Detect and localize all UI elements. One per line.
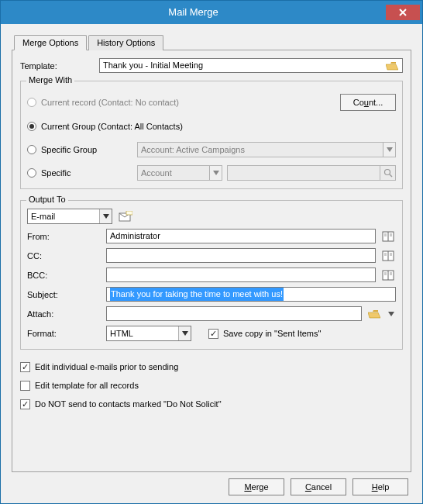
template-label: Template:: [20, 61, 95, 71]
cc-label: CC:: [27, 251, 101, 261]
cancel-button[interactable]: Cancel: [291, 478, 346, 495]
radio-specific[interactable]: [27, 168, 36, 178]
output-to-group: Output To E-mail From: Administrator: [20, 200, 403, 350]
specific-type-combo: Account: [137, 165, 222, 181]
address-book-icon: [382, 231, 394, 242]
subject-input[interactable]: Thank you for taking the time to meet wi…: [106, 287, 396, 302]
cc-input[interactable]: [106, 248, 376, 263]
folder-open-icon: [386, 61, 398, 71]
specific-search-field: [227, 165, 396, 181]
help-button[interactable]: Help: [352, 478, 408, 495]
template-browse-button[interactable]: [385, 59, 399, 73]
radio-current-group-label: Current Group (Contact: All Contacts): [41, 122, 183, 131]
tabstrip: Merge Options History Options: [12, 35, 411, 50]
close-icon: [399, 9, 407, 16]
svg-line-1: [390, 174, 392, 177]
svg-point-0: [384, 170, 390, 175]
template-input[interactable]: Thank you - Initial Meeting: [99, 58, 403, 73]
save-copy-label: Save copy in "Sent Items": [223, 329, 321, 338]
action-bar: Merge Cancel Help: [12, 472, 411, 497]
template-row: Template: Thank you - Initial Meeting: [20, 58, 403, 73]
tab-merge-options[interactable]: Merge Options: [14, 35, 87, 50]
radio-current-record: [27, 98, 36, 107]
option-edit-template-row[interactable]: Edit template for all records: [20, 378, 403, 393]
folder-open-icon: [368, 309, 380, 319]
bcc-label: BCC:: [27, 271, 101, 280]
chevron-down-icon: [388, 312, 394, 316]
radio-specific-label: Specific: [41, 168, 132, 178]
subject-label: Subject:: [27, 290, 101, 299]
cc-browse-button[interactable]: [380, 249, 396, 263]
attach-browse-button[interactable]: [366, 307, 382, 321]
count-button[interactable]: Count...: [340, 94, 396, 111]
svg-rect-3: [126, 211, 132, 215]
options-block: Edit individual e-mails prior to sending…: [20, 359, 403, 412]
edit-individual-label: Edit individual e-mails prior to sending: [35, 362, 178, 371]
chevron-down-icon[interactable]: [99, 209, 112, 223]
option-edit-individual-row[interactable]: Edit individual e-mails prior to sending: [20, 359, 403, 375]
format-combo[interactable]: HTML: [106, 326, 191, 341]
from-row: From: Administrator: [27, 229, 396, 243]
window-title: Mail Merge: [1, 1, 386, 24]
radio-specific-group[interactable]: [27, 145, 36, 154]
bcc-input[interactable]: [106, 268, 376, 282]
output-to-legend: Output To: [26, 195, 68, 204]
do-not-solicit-checkbox[interactable]: [20, 399, 30, 409]
tab-history-options[interactable]: History Options: [88, 35, 163, 50]
edit-template-label: Edit template for all records: [35, 381, 139, 390]
attach-dropdown-button[interactable]: [387, 307, 396, 321]
from-browse-button[interactable]: [380, 230, 396, 243]
edit-individual-checkbox[interactable]: [20, 362, 30, 372]
specific-group-combo: Account: Active Campaigns: [137, 142, 396, 157]
output-to-combo[interactable]: E-mail: [27, 209, 112, 224]
format-label: Format:: [27, 329, 101, 338]
mail-merge-dialog: Mail Merge Merge Options History Options…: [0, 0, 423, 504]
chevron-down-icon[interactable]: [178, 326, 191, 340]
email-setup-button[interactable]: [117, 209, 132, 223]
radio-specific-group-row: Specific Group Account: Active Campaigns: [27, 142, 396, 157]
do-not-solicit-label: Do NOT send to contacts marked "Do Not S…: [35, 399, 222, 409]
output-to-row: E-mail: [27, 209, 396, 224]
format-row: Format: HTML Save copy in "Sent Items": [27, 326, 396, 341]
radio-current-record-row: Current record (Contact: No contact) Cou…: [27, 94, 396, 111]
cc-row: CC:: [27, 248, 396, 263]
tab-body: Template: Thank you - Initial Meeting Me…: [12, 50, 411, 472]
attach-input[interactable]: [106, 306, 362, 321]
address-book-icon: [382, 270, 394, 281]
from-label: From:: [27, 232, 101, 241]
edit-template-checkbox[interactable]: [20, 381, 30, 391]
attach-row: Attach:: [27, 306, 396, 321]
attach-label: Attach:: [27, 309, 101, 319]
radio-current-group-row[interactable]: Current Group (Contact: All Contacts): [27, 119, 396, 134]
subject-row: Subject: Thank you for taking the time t…: [27, 287, 396, 302]
envelope-icon: [117, 211, 132, 222]
merge-button[interactable]: Merge: [229, 478, 284, 495]
close-button[interactable]: [386, 5, 420, 20]
magnifier-icon: [380, 166, 395, 180]
radio-specific-row: Specific Account: [27, 165, 396, 181]
radio-current-group[interactable]: [27, 122, 36, 131]
save-copy-checkbox[interactable]: [208, 329, 218, 339]
radio-specific-group-label: Specific Group: [41, 145, 132, 154]
titlebar: Mail Merge: [1, 1, 422, 24]
merge-with-group: Merge With Current record (Contact: No c…: [20, 81, 403, 189]
bcc-browse-button[interactable]: [380, 268, 396, 282]
from-input[interactable]: Administrator: [106, 229, 376, 243]
client-area: Merge Options History Options Template: …: [1, 24, 422, 503]
chevron-down-icon: [209, 166, 222, 180]
merge-with-legend: Merge With: [26, 75, 74, 85]
address-book-icon: [382, 250, 394, 261]
option-do-not-solicit-row[interactable]: Do NOT send to contacts marked "Do Not S…: [20, 396, 403, 412]
radio-current-record-label: Current record (Contact: No contact): [41, 98, 335, 107]
bcc-row: BCC:: [27, 268, 396, 282]
chevron-down-icon: [383, 143, 395, 157]
